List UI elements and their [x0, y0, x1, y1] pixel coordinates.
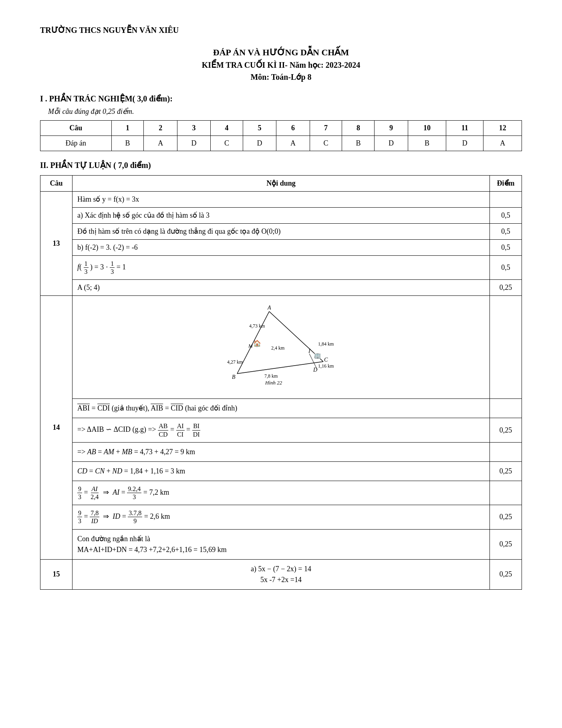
mc-header-cell: 11	[446, 121, 483, 136]
exam-title-line3: Môn: Toán-Lớp 8	[40, 71, 522, 83]
score-cell: 0,5	[490, 208, 522, 224]
table-row: 93 = 7,8ID ⇒ ID = 3.7,89 = 2,6 km 0,25	[40, 505, 522, 529]
table-row: a) Xác định hệ số góc của đồ thị hàm số …	[40, 208, 522, 224]
math-text: => AB = AM + MB = 4,73 + 4,27 = 9 km	[77, 447, 485, 457]
mc-answer-cell: B	[111, 136, 144, 151]
content-cell: A (5; 4)	[73, 280, 490, 296]
cau-cell: 15	[40, 559, 73, 589]
score-cell: 0,25	[490, 418, 522, 442]
svg-text:M: M	[248, 343, 253, 349]
content-cell: Hàm số y = f(x) = 3x	[73, 192, 490, 208]
table-row: ABI = CDI (giả thuyết), AIB = CID (hai g…	[40, 399, 522, 418]
table-row: b) f(-2) = 3. (-2) = -60,5	[40, 240, 522, 256]
content-cell: 93 = AI2,4 ⇒ AI = 9.2,43 = 7,2 km	[73, 481, 490, 505]
mc-answer-cell: C	[310, 136, 342, 151]
mc-answer-cell: B	[342, 136, 375, 151]
score-cell: 0,5	[490, 256, 522, 280]
math-text: 93 = 7,8ID ⇒ ID = 3.7,89 = 2,6 km	[77, 509, 485, 525]
table-row: 13Hàm số y = f(x) = 3x	[40, 192, 522, 208]
math-text: => ΔAIB ∽ ΔCID (g.g) => ABCD = AICI = BI…	[77, 422, 485, 438]
svg-text:🏠: 🏠	[253, 340, 261, 347]
score-cell: 0,25	[490, 529, 522, 559]
svg-text:D: D	[313, 367, 317, 373]
score-cell	[490, 481, 522, 505]
cau-cell: 13	[40, 192, 73, 296]
mc-header-cell: 8	[342, 121, 375, 136]
mc-header-cell: Câu	[40, 121, 112, 136]
content-cell: 93 = 7,8ID ⇒ ID = 3.7,89 = 2,6 km	[73, 505, 490, 529]
mc-header-cell: 6	[276, 121, 310, 136]
svg-text:B: B	[232, 374, 236, 380]
table-row: A (5; 4)0,25	[40, 280, 522, 296]
svg-text:Hình 22: Hình 22	[265, 380, 282, 386]
exam-title-line2: KIỂM TRA CUỐI KÌ II- Năm học: 2023-2024	[40, 59, 522, 71]
mc-row-label: Đáp án	[40, 136, 112, 151]
diagram: A B C I D M N 🏠 🏢 4,73 km 4,27 km	[77, 301, 485, 393]
mc-header-cell: 1	[111, 121, 144, 136]
table-row: => AB = AM + MB = 4,73 + 4,27 = 9 km	[40, 442, 522, 461]
col-noidung: Nội dung	[73, 176, 490, 192]
section2-header: II. PHẦN TỰ LUẬN ( 7,0 điểm)	[40, 159, 522, 171]
col-cau: Câu	[40, 176, 73, 192]
mc-answer-cell: D	[177, 136, 210, 151]
school-name: TRƯỜNG THCS NGUYỄN VĂN XIÊU	[40, 24, 522, 36]
col-diem: Điểm	[490, 176, 522, 192]
mc-answer-cell: D	[243, 136, 276, 151]
score-cell	[490, 442, 522, 461]
score-cell	[490, 296, 522, 399]
score-cell: 0,5	[490, 240, 522, 256]
svg-text:7,8 km: 7,8 km	[264, 373, 278, 379]
table-row: Đồ thị hàm số trên có dạng là đường thẳn…	[40, 224, 522, 240]
exam-title-line1: ĐÁP ÁN VÀ HƯỚNG DẪN CHẤM	[40, 46, 522, 59]
cau-cell: 14	[40, 296, 73, 559]
svg-text:4,73 km: 4,73 km	[249, 323, 265, 329]
mc-answer-cell: A	[483, 136, 522, 151]
mc-header-cell: 9	[375, 121, 408, 136]
mc-header-cell: 2	[144, 121, 177, 136]
svg-text:A: A	[267, 305, 271, 311]
math-text: 93 = AI2,4 ⇒ AI = 9.2,43 = 7,2 km	[77, 485, 485, 501]
mc-header-cell: 4	[211, 121, 243, 136]
mc-header-cell: 5	[243, 121, 276, 136]
table-row: CD = CN + ND = 1,84 + 1,16 = 3 km 0,25	[40, 461, 522, 481]
svg-text:1,16 km: 1,16 km	[318, 363, 334, 369]
multiple-choice-table: Câu123456789101112 Đáp ánBADCDACBDBDA	[40, 120, 522, 151]
score-cell	[490, 399, 522, 418]
mc-header-cell: 7	[310, 121, 342, 136]
svg-text:I: I	[308, 348, 311, 354]
math-text: f( 13 ) = 3 ⋅ 13 = 1	[77, 260, 485, 275]
math-text: a) 5x − (7 − 2x) = 145x -7 +2x =14	[77, 564, 485, 585]
svg-text:🏢: 🏢	[314, 352, 321, 359]
mc-answer-cell: A	[144, 136, 177, 151]
content-cell: f( 13 ) = 3 ⋅ 13 = 1	[73, 256, 490, 280]
table-row: 15 a) 5x − (7 − 2x) = 145x -7 +2x =14 0,…	[40, 559, 522, 589]
content-cell: Con đường ngắn nhất làMA+AI+ID+DN = 4,73…	[73, 529, 490, 559]
score-cell: 0,25	[490, 505, 522, 529]
mc-answer-cell: D	[375, 136, 408, 151]
mc-header-cell: 3	[177, 121, 210, 136]
content-cell: Đồ thị hàm số trên có dạng là đường thẳn…	[73, 224, 490, 240]
score-cell: 0,5	[490, 224, 522, 240]
math-text: CD = CN + ND = 1,84 + 1,16 = 3 km	[77, 466, 485, 477]
content-cell: => AB = AM + MB = 4,73 + 4,27 = 9 km	[73, 442, 490, 461]
section1-note: Mỗi câu đúng đạt 0,25 điểm.	[48, 106, 522, 117]
mc-answer-cell: B	[408, 136, 446, 151]
svg-line-2	[237, 362, 323, 374]
table-row: 93 = AI2,4 ⇒ AI = 9.2,43 = 7,2 km	[40, 481, 522, 505]
score-cell: 0,25	[490, 559, 522, 589]
content-cell: CD = CN + ND = 1,84 + 1,16 = 3 km	[73, 461, 490, 481]
content-cell: a) 5x − (7 − 2x) = 145x -7 +2x =14	[73, 559, 490, 589]
math-text: Con đường ngắn nhất làMA+AI+ID+DN = 4,73…	[77, 534, 485, 555]
exam-title: ĐÁP ÁN VÀ HƯỚNG DẪN CHẤM KIỂM TRA CUỐI K…	[40, 46, 522, 83]
content-cell: A B C I D M N 🏠 🏢 4,73 km 4,27 km	[73, 296, 490, 399]
table-row: => ΔAIB ∽ ΔCID (g.g) => ABCD = AICI = BI…	[40, 418, 522, 442]
score-cell	[490, 192, 522, 208]
table-row: 14 A B C	[40, 296, 522, 399]
mc-answer-cell: A	[276, 136, 310, 151]
svg-text:4,27 km: 4,27 km	[227, 359, 243, 365]
math-text: ABI = CDI (giả thuyết), AIB = CID (hai g…	[77, 403, 485, 414]
svg-text:1,84 km: 1,84 km	[318, 341, 334, 347]
table-row: f( 13 ) = 3 ⋅ 13 = 1 0,5	[40, 256, 522, 280]
score-cell: 0,25	[490, 280, 522, 296]
mc-header-cell: 12	[483, 121, 522, 136]
